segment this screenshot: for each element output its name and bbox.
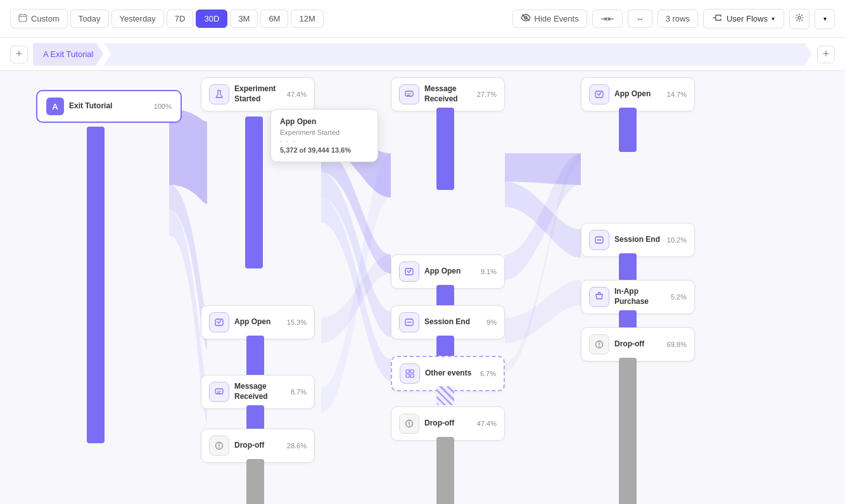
flow-container: A Exit Tutorial 100% Experiment Started … (11, 71, 834, 501)
message-received-c2-node[interactable]: Message Received 8.7% (201, 375, 315, 409)
path-step-label: A Exit Tutorial (43, 49, 93, 59)
session-end-c3-label: Session End (424, 317, 481, 327)
rows-button[interactable]: 3 rows (658, 9, 698, 28)
app-open-c3-label: App Open (424, 267, 476, 277)
calendar-icon (18, 13, 27, 24)
inapp-purchase-label: In-App Purchase (614, 287, 666, 306)
tooltip-value: 5,372 of 39,444 13.6% (280, 146, 369, 154)
app-open-c2-pct: 15.3% (287, 318, 307, 326)
session-end-c3-pct: 9% (486, 318, 497, 326)
exit-tutorial-bar (87, 127, 105, 443)
exit-tutorial-pct: 100% (154, 103, 172, 110)
flow-canvas: A Exit Tutorial 100% Experiment Started … (0, 71, 845, 504)
svg-rect-16 (406, 374, 409, 377)
path-track (103, 43, 812, 66)
custom-date-button[interactable]: Custom (10, 9, 68, 28)
dropoff-c4-node[interactable]: Drop-off 69.8% (581, 327, 695, 362)
hide-events-button[interactable]: Hide Events (512, 9, 587, 28)
app-open-c3-node[interactable]: App Open 9.1% (391, 255, 505, 289)
dropoff-c2-bar (246, 459, 264, 504)
other-events-c3-label: Other events (425, 369, 475, 379)
today-button[interactable]: Today (70, 9, 109, 28)
node-icon-appopen-c2 (209, 312, 229, 332)
hide-events-label: Hide Events (535, 14, 579, 23)
node-icon-session-c4 (589, 230, 609, 250)
user-flows-icon (713, 13, 723, 24)
more-options-button[interactable]: ▾ (815, 9, 835, 29)
svg-rect-15 (410, 370, 414, 373)
message-received-c3-pct: 27.7% (477, 91, 497, 98)
arrows-expand-icon: ↔ (636, 14, 644, 23)
path-add-start-button[interactable]: + (10, 46, 28, 63)
dropoff-c3-pct: 47.4% (477, 420, 497, 427)
session-end-c3-node[interactable]: Session End 9% (391, 305, 505, 339)
toolbar: Custom Today Yesterday 7D 30D 3M 6M 12M … (0, 0, 845, 38)
7d-button[interactable]: 7D (167, 9, 194, 28)
tooltip-title: App Open (280, 117, 369, 126)
path-add-end-button[interactable]: + (817, 46, 835, 63)
yesterday-button[interactable]: Yesterday (111, 9, 164, 28)
node-icon-inapp-c4 (589, 287, 609, 307)
dropoff-c2-pct: 28.6% (287, 442, 307, 450)
other-events-c3-bar (436, 386, 454, 405)
message-received-c3-label: Message Received (424, 84, 472, 104)
30d-button[interactable]: 30D (196, 9, 227, 28)
exit-tutorial-node[interactable]: A Exit Tutorial 100% (36, 90, 182, 123)
path-steps: A Exit Tutorial (33, 43, 812, 66)
session-end-c4-label: Session End (614, 235, 662, 245)
eye-slash-icon (521, 14, 531, 23)
6m-button[interactable]: 6M (260, 9, 288, 28)
user-flows-label: User Flows (727, 14, 768, 23)
node-icon-dropoff-c4 (589, 334, 609, 355)
experiment-started-bar (245, 117, 263, 268)
tooltip-dots: · · · (280, 137, 369, 145)
tooltip-popup: App Open Experiment Started · · · 5,372 … (270, 109, 378, 162)
node-letter-a: A (46, 98, 64, 115)
svg-point-6 (798, 16, 801, 19)
app-open-c2-label: App Open (234, 317, 282, 327)
inapp-purchase-c4-node[interactable]: In-App Purchase 5.2% (581, 280, 695, 314)
dropoff-c3-label: Drop-off (424, 419, 472, 429)
node-icon-appopen-c3 (399, 261, 419, 282)
arrows-compress-icon: ⇥⇤ (600, 14, 614, 23)
session-end-c4-pct: 10.2% (667, 236, 687, 244)
experiment-started-label: Experiment Started (234, 84, 282, 104)
message-received-c3-node[interactable]: Message Received 27.7% (391, 77, 505, 111)
settings-button[interactable] (789, 9, 810, 29)
node-icon-session-c3 (399, 312, 419, 332)
app-open-c2-node[interactable]: App Open 15.3% (201, 305, 315, 339)
app-open-c4-bar (619, 108, 637, 152)
other-events-c3-pct: 6.7% (480, 370, 496, 377)
path-bar: + A Exit Tutorial + (0, 38, 845, 71)
exit-tutorial-label: Exit Tutorial (69, 101, 149, 111)
app-open-c2-bar (246, 336, 264, 380)
node-icon-dropoff-c3 (399, 413, 419, 434)
dropoff-c4-label: Drop-off (614, 339, 662, 350)
message-received-c2-pct: 8.7% (291, 388, 307, 396)
dropoff-c3-bar (436, 437, 454, 504)
expand-arrows-button[interactable]: ↔ (628, 9, 652, 28)
node-icon-appopen-c4 (589, 84, 609, 104)
path-step-exit-tutorial[interactable]: A Exit Tutorial (33, 43, 103, 66)
dropoff-c2-node[interactable]: Drop-off 28.6% (201, 429, 315, 463)
12m-button[interactable]: 12M (291, 9, 323, 28)
inapp-purchase-pct: 5.2% (671, 293, 687, 301)
experiment-started-node[interactable]: Experiment Started 47.4% (201, 77, 315, 111)
message-c3-bar (436, 108, 454, 190)
compress-arrows-button[interactable]: ⇥⇤ (592, 9, 623, 28)
dropoff-c4-pct: 69.8% (667, 341, 687, 348)
inapp-bar (619, 310, 637, 329)
3m-button[interactable]: 3M (230, 9, 258, 28)
user-flows-button[interactable]: User Flows ▾ (703, 9, 784, 28)
session-end-c4-node[interactable]: Session End 10.2% (581, 223, 695, 257)
chevron-down-icon: ▾ (823, 15, 827, 22)
dropoff-c2-label: Drop-off (234, 441, 282, 451)
time-filter-group: Custom Today Yesterday 7D 30D 3M 6M 12M (10, 9, 324, 28)
experiment-started-pct: 47.4% (287, 91, 307, 98)
app-open-c4-node[interactable]: App Open 14.7% (581, 77, 695, 111)
app-open-c3-pct: 9.1% (481, 268, 497, 275)
svg-rect-0 (19, 15, 27, 22)
col2: Experiment Started 47.4% App Open Experi… (201, 77, 315, 268)
dropoff-c3-node[interactable]: Drop-off 47.4% (391, 406, 505, 441)
app-open-c4-label: App Open (614, 89, 662, 99)
